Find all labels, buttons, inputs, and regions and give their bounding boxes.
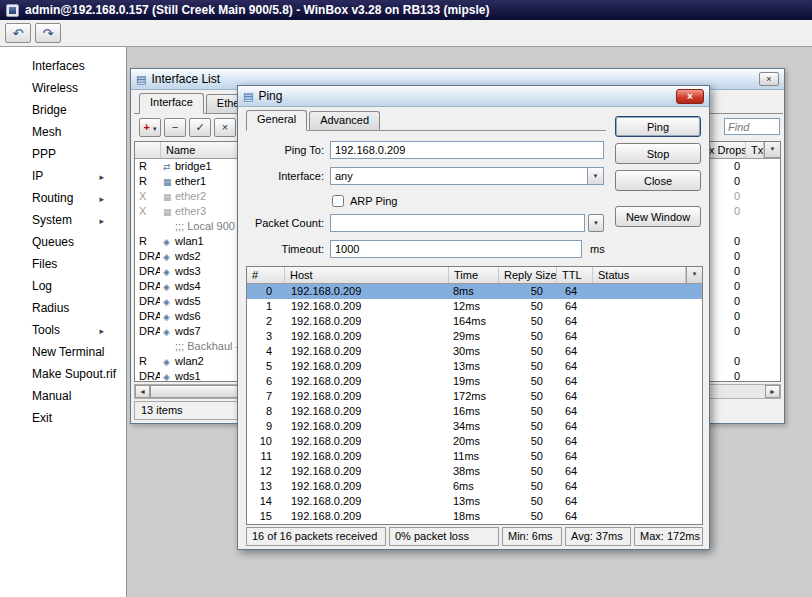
find-input[interactable]	[724, 118, 780, 135]
cell-status	[593, 314, 702, 329]
sidebar-menu: Interfaces ▸ Wireless ▸ Bridge ▸ Mesh ▸ …	[0, 47, 127, 597]
table-row[interactable]: 12 192.168.0.209 38ms 50 64	[247, 464, 702, 479]
sidebar-item-mesh[interactable]: Mesh ▸	[0, 121, 126, 143]
button-close[interactable]: Close	[615, 170, 701, 191]
cell-tx	[746, 339, 764, 354]
interface-select[interactable]	[330, 167, 588, 185]
packet-count-input[interactable]	[330, 214, 585, 232]
disable-interface-button[interactable]: ×	[214, 118, 236, 137]
cell-ttl: 64	[557, 404, 593, 419]
sidebar-item-bridge[interactable]: Bridge ▸	[0, 99, 126, 121]
timeout-input[interactable]	[330, 240, 582, 258]
tab-interface[interactable]: Interface	[139, 93, 204, 114]
cell-status	[593, 494, 702, 509]
ping-to-input[interactable]	[330, 141, 604, 159]
column-header-reply-size[interactable]: Reply Size	[499, 267, 557, 283]
cell-ttl: 64	[557, 389, 593, 404]
table-row[interactable]: 5 192.168.0.209 13ms 50 64	[247, 359, 702, 374]
interface-type-icon: ⇄	[163, 160, 175, 174]
column-header-host[interactable]: Host	[285, 267, 449, 283]
interface-type-icon: ◈	[163, 280, 175, 294]
cell-status	[593, 299, 702, 314]
table-row[interactable]: 3 192.168.0.209 29ms 50 64	[247, 329, 702, 344]
cell-ttl: 64	[557, 284, 593, 299]
sidebar-item-files[interactable]: Files ▸	[0, 253, 126, 275]
sidebar-item-exit[interactable]: Exit ▸	[0, 407, 126, 429]
sidebar-item-new-terminal[interactable]: New Terminal ▸	[0, 341, 126, 363]
column-select-button[interactable]: ▼	[686, 267, 702, 283]
remove-interface-button[interactable]: −	[164, 118, 186, 137]
interface-name: wds2	[175, 250, 201, 262]
ping-close-button[interactable]: ×	[676, 89, 704, 104]
arp-ping-row: ARP Ping	[238, 194, 613, 208]
scroll-right-icon[interactable]: ►	[765, 385, 780, 398]
table-row[interactable]: 8 192.168.0.209 16ms 50 64	[247, 404, 702, 419]
column-header-tx[interactable]: Tx	[746, 142, 764, 158]
column-header-time[interactable]: Time	[449, 267, 499, 283]
table-row[interactable]: 13 192.168.0.209 6ms 50 64	[247, 479, 702, 494]
cell-host: 192.168.0.209	[285, 374, 449, 389]
column-header-seq[interactable]: #	[247, 267, 285, 283]
button-label: Stop	[647, 148, 670, 160]
sidebar-item-ip[interactable]: IP ▸	[0, 165, 126, 187]
button-stop[interactable]: Stop	[615, 143, 701, 164]
table-row[interactable]: 11 192.168.0.209 11ms 50 64	[247, 449, 702, 464]
cell-seq: 0	[247, 284, 285, 299]
button-ping[interactable]: Ping	[615, 116, 701, 137]
cell-reply-size: 50	[499, 404, 557, 419]
tab-advanced[interactable]: Advanced	[309, 111, 380, 130]
interface-list-close-button[interactable]: ×	[759, 72, 779, 86]
table-row[interactable]: 1 192.168.0.209 12ms 50 64	[247, 299, 702, 314]
sidebar-item-label: Make Supout.rif	[32, 367, 116, 381]
cell-tx	[746, 309, 764, 324]
column-select-button[interactable]: ▼	[764, 142, 780, 158]
cell-seq: 7	[247, 389, 285, 404]
sidebar-item-tools[interactable]: Tools ▸	[0, 319, 126, 341]
cell-time: 30ms	[449, 344, 499, 359]
table-row[interactable]: 10 192.168.0.209 20ms 50 64	[247, 434, 702, 449]
ping-window-icon: ▤	[243, 91, 253, 102]
cell-host: 192.168.0.209	[285, 284, 449, 299]
table-row[interactable]: 15 192.168.0.209 18ms 50 64	[247, 509, 702, 524]
sidebar-item-interfaces[interactable]: Interfaces ▸	[0, 55, 126, 77]
sidebar-item-queues[interactable]: Queues ▸	[0, 231, 126, 253]
ping-titlebar: ▤ Ping ×	[238, 86, 709, 107]
sidebar-item-system[interactable]: System ▸	[0, 209, 126, 231]
disable-icon: ×	[222, 121, 228, 133]
table-row[interactable]: 4 192.168.0.209 30ms 50 64	[247, 344, 702, 359]
sidebar-item-wireless[interactable]: Wireless ▸	[0, 77, 126, 99]
cell-reply-size: 50	[499, 449, 557, 464]
table-row[interactable]: 7 192.168.0.209 172ms 50 64	[247, 389, 702, 404]
column-header-flags[interactable]	[135, 142, 161, 158]
column-header-ttl[interactable]: TTL	[557, 267, 593, 283]
cell-ttl: 64	[557, 494, 593, 509]
interface-dropdown-icon[interactable]: ▼	[588, 167, 604, 185]
cell-time: 38ms	[449, 464, 499, 479]
tab-general[interactable]: General	[246, 110, 307, 131]
sidebar-item-radius[interactable]: Radius ▸	[0, 297, 126, 319]
button-new-window[interactable]: New Window	[615, 206, 701, 227]
sidebar-item-routing[interactable]: Routing ▸	[0, 187, 126, 209]
sidebar-item-manual[interactable]: Manual ▸	[0, 385, 126, 407]
undo-button[interactable]: ↶	[5, 23, 31, 43]
sidebar-item-make-supout-rif[interactable]: Make Supout.rif ▸	[0, 363, 126, 385]
interface-name: bridge1	[175, 160, 212, 172]
column-header-status[interactable]: Status	[593, 267, 686, 283]
redo-button[interactable]: ↷	[35, 23, 61, 43]
table-row[interactable]: 9 192.168.0.209 34ms 50 64	[247, 419, 702, 434]
scroll-left-icon[interactable]: ◄	[135, 385, 150, 398]
table-row[interactable]: 0 192.168.0.209 8ms 50 64	[247, 284, 702, 299]
enable-interface-button[interactable]: ✓	[189, 118, 211, 137]
add-interface-button[interactable]: + ▾	[139, 118, 161, 137]
sidebar-item-ppp[interactable]: PPP ▸	[0, 143, 126, 165]
arp-ping-checkbox[interactable]	[332, 195, 344, 207]
cell-tx	[746, 369, 764, 382]
sidebar-item-log[interactable]: Log ▸	[0, 275, 126, 297]
cell-host: 192.168.0.209	[285, 419, 449, 434]
packet-count-dropdown-icon[interactable]: ▼	[588, 214, 604, 232]
table-row[interactable]: 14 192.168.0.209 13ms 50 64	[247, 494, 702, 509]
table-row[interactable]: 6 192.168.0.209 19ms 50 64	[247, 374, 702, 389]
table-row[interactable]: 2 192.168.0.209 164ms 50 64	[247, 314, 702, 329]
cell-flags: R	[135, 159, 161, 174]
cell-status	[593, 284, 702, 299]
